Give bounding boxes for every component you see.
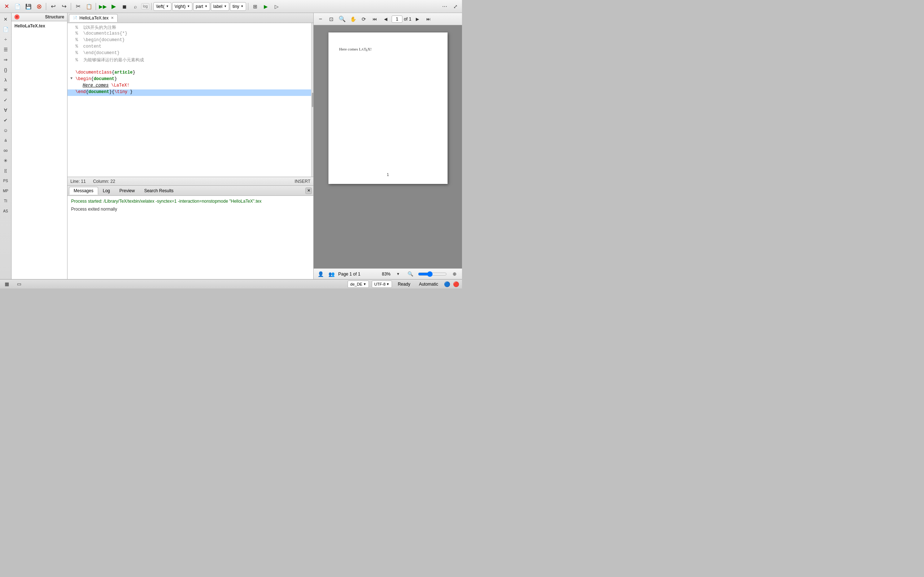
preview-nav-prev[interactable]: ◀ (381, 15, 390, 24)
brace-close-11a: } (109, 89, 112, 95)
find-button[interactable]: ⌕ (130, 2, 141, 11)
zoom-dropdown-btn[interactable]: ▼ (393, 269, 403, 279)
preview-zoom-in[interactable]: 🔍 (338, 15, 347, 24)
stop2-button[interactable]: ◼ (120, 2, 129, 11)
preview-nav-last[interactable]: ⏭ (424, 15, 433, 24)
tab-preview[interactable]: Preview (115, 187, 140, 195)
of-label: of (404, 16, 407, 22)
tiny-arrow: ▼ (241, 5, 244, 8)
sidebar-icon-smiley[interactable]: ☺ (1, 126, 10, 135)
sidebar-icon-ti[interactable]: TI (1, 196, 10, 206)
status-icon-1[interactable]: ▦ (3, 280, 11, 288)
preview-magnify-btn[interactable]: 🔍 (406, 269, 415, 279)
sidebar-icon-checkmark2[interactable]: ✔ (1, 115, 10, 125)
sidebar-icon-braces[interactable]: {} (1, 65, 10, 74)
preview-page: Here comes LATEX! 1 (328, 32, 447, 184)
structure-close-button[interactable]: ✕ (15, 15, 19, 19)
sidebar-icon-as[interactable]: AS (1, 206, 10, 216)
structure-item-hellolabex[interactable]: HelloLaTeX.tex (13, 23, 66, 29)
part-dropdown[interactable]: part ▼ (193, 2, 210, 11)
tiny-dropdown[interactable]: tiny ▼ (230, 2, 246, 11)
sidebar-icon-cyrk[interactable]: Ж (1, 85, 10, 95)
sidebar-icon-menu[interactable]: ☰ (1, 45, 10, 54)
code-content-3: % \begin{document} (76, 37, 310, 44)
preview-panel: − ⊡ 🔍 ✋ ⟳ ⏮ ◀ of 1 ▶ ⏭ Here comes LATEX! (313, 13, 462, 279)
zoom-slider[interactable] (418, 271, 447, 277)
stop-button[interactable]: ⊗ (34, 2, 44, 11)
compile-fast-button[interactable]: ▶▶ (98, 2, 108, 11)
preview-user-btn2[interactable]: 👥 (327, 270, 335, 278)
zoom-plus-btn[interactable]: ⊕ (450, 269, 459, 279)
scroll-handle[interactable] (311, 23, 313, 177)
right-paren-dropdown[interactable]: \right) ▼ (172, 2, 193, 11)
preview-nav-next[interactable]: ▶ (413, 15, 422, 24)
extra2-button[interactable]: ▷ (272, 2, 282, 11)
code-line-7 (68, 63, 313, 70)
preview-content[interactable]: Here comes LATEX! 1 (313, 25, 462, 268)
arg-document: document (94, 76, 115, 82)
cmd-tiny: \tiny (115, 89, 128, 95)
sidebar-icon-arrow[interactable]: ⇒ (1, 55, 10, 64)
brace-open-11b: { (112, 89, 115, 95)
tab-hellolatex[interactable]: 📄 HelloLaTeX.tex ✕ (69, 14, 118, 22)
expand-button[interactable]: ⤢ (451, 2, 460, 11)
sidebar-icon-bracket-l[interactable]: [{ (1, 166, 10, 175)
sidebar-icon-divider[interactable]: ÷ (1, 35, 10, 44)
more-button[interactable]: ⋯ (439, 2, 450, 11)
grid-button[interactable]: ⊞ (250, 2, 260, 11)
tiny-label: tiny (233, 4, 239, 9)
new-button[interactable]: 📄 (12, 2, 23, 11)
fold-arrow-9[interactable]: ▼ (70, 76, 76, 83)
brace-open-8: { (112, 70, 115, 75)
separator-1 (46, 3, 46, 10)
preview-hand-tool[interactable]: ✋ (348, 15, 358, 24)
left-paren-dropdown[interactable]: \left( ▼ (153, 2, 171, 11)
sidebar-icon-ps[interactable]: PS (1, 176, 10, 185)
preview-user-btn1[interactable]: 👤 (317, 270, 325, 278)
sidebar-icon-asterisk[interactable]: ✳ (1, 156, 10, 165)
code-line-1: % 以%开头的为注释 (68, 24, 313, 31)
toolbar: ✕ 📄 💾 ⊗ ↩ ↪ ✂ 📋 ▶▶ ▶ ◼ ⌕ log \left( ▼ \r… (0, 0, 462, 13)
encoding-dropdown[interactable]: UTF-8 ▼ (372, 280, 392, 288)
sidebar-icon-accent[interactable]: á (1, 135, 10, 145)
sidebar-icon-lambda[interactable]: λ (1, 75, 10, 84)
status-line: Line: 11 (70, 179, 86, 184)
tab-log[interactable]: Log (98, 187, 115, 195)
bottom-panel-close-button[interactable]: ✕ (305, 187, 312, 194)
code-editor[interactable]: % 以%开头的为注释 % \documentclass{*} % \begin{… (68, 23, 313, 177)
tab-search-results[interactable]: Search Results (139, 187, 178, 195)
redo-button[interactable]: ↪ (59, 2, 69, 11)
paste-button[interactable]: 📋 (84, 2, 94, 11)
code-line-3: % \begin{document} (68, 37, 313, 44)
brace-close-8: } (132, 70, 135, 75)
structure-panel-header: ✕ Structure (11, 13, 67, 21)
label-dropdown[interactable]: label ▼ (211, 2, 229, 11)
preview-zoom-out[interactable]: − (316, 15, 325, 24)
preview-sync[interactable]: ⟳ (359, 15, 368, 24)
extra1-button[interactable]: ▶ (261, 2, 271, 11)
status-icon-2[interactable]: ▭ (15, 280, 23, 288)
language-dropdown[interactable]: de_DE ▼ (347, 280, 369, 288)
code-line-2: % \documentclass{*} (68, 31, 313, 37)
brace-close-9: } (115, 76, 117, 82)
sidebar-icon-check[interactable]: ✓ (1, 95, 10, 105)
preview-zoom-fit[interactable]: ⊡ (327, 15, 336, 24)
sidebar-icon-forall[interactable]: ∀ (1, 105, 10, 115)
sidebar-icon-mp[interactable]: MP (1, 186, 10, 195)
tab-messages[interactable]: Messages (69, 187, 98, 195)
sidebar-icon-doc[interactable]: 📄 (1, 24, 10, 34)
preview-nav-first[interactable]: ⏮ (370, 15, 380, 24)
sidebar-icon-circle-oo[interactable]: oo (1, 146, 10, 155)
sidebar-icon-cursor[interactable]: ✕ (1, 15, 10, 24)
close-button[interactable]: ✕ (2, 2, 11, 11)
undo-button[interactable]: ↩ (48, 2, 58, 11)
fold-arrow-7 (70, 63, 76, 70)
label-label: label (213, 4, 222, 9)
tab-close-button[interactable]: ✕ (111, 16, 114, 20)
save-button[interactable]: 💾 (23, 2, 33, 11)
preview-page-input[interactable] (392, 16, 402, 23)
left-paren-label: \left( (156, 4, 164, 9)
run-button[interactable]: ▶ (109, 2, 119, 11)
cut-button[interactable]: ✂ (73, 2, 83, 11)
encoding-arrow: ▼ (386, 282, 389, 286)
